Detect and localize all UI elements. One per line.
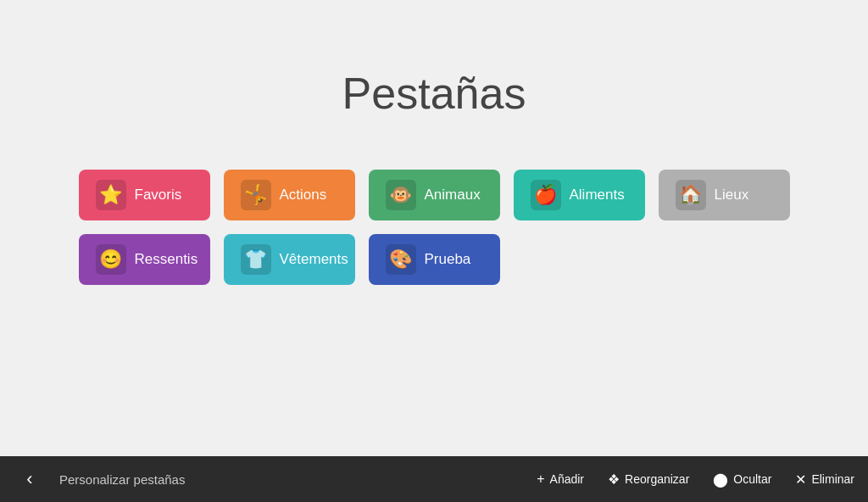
- ressentis-icon: 😊: [96, 244, 126, 275]
- main-content: Pestañas ⭐Favoris🤸Actions🐵Animaux🍎Alimen…: [0, 0, 868, 456]
- add-label: Añadir: [550, 472, 584, 486]
- hide-label: Ocultar: [733, 472, 771, 486]
- aliments-icon: 🍎: [531, 180, 561, 210]
- bar-action-add[interactable]: +Añadir: [537, 471, 584, 487]
- tab-prueba[interactable]: 🎨Prueba: [369, 234, 500, 285]
- tabs-grid: ⭐Favoris🤸Actions🐵Animaux🍎Aliments🏠Lieux …: [79, 170, 790, 285]
- bar-action-delete[interactable]: ✕Eliminar: [795, 471, 854, 488]
- tabs-row-1: ⭐Favoris🤸Actions🐵Animaux🍎Aliments🏠Lieux: [79, 170, 790, 220]
- actions-label: Actions: [280, 187, 327, 204]
- ressentis-label: Ressentis: [135, 251, 198, 268]
- animaux-icon: 🐵: [386, 180, 416, 210]
- reorder-label: Reorganizar: [625, 472, 689, 486]
- vetements-label: Vêtements: [280, 251, 348, 268]
- section-label: Personalizar pestañas: [59, 472, 537, 487]
- delete-label: Eliminar: [811, 472, 854, 486]
- prueba-icon: 🎨: [386, 244, 416, 275]
- lieux-label: Lieux: [715, 187, 749, 204]
- tabs-row-2: 😊Ressentis👕Vêtements🎨Prueba: [79, 234, 500, 285]
- bar-actions: +Añadir❖Reorganizar⬤Ocultar✕Eliminar: [537, 471, 854, 488]
- tab-ressentis[interactable]: 😊Ressentis: [79, 234, 210, 285]
- bottom-bar: ‹ Personalizar pestañas +Añadir❖Reorgani…: [0, 456, 868, 502]
- tab-actions[interactable]: 🤸Actions: [224, 170, 355, 220]
- tab-favoris[interactable]: ⭐Favoris: [79, 170, 210, 220]
- aliments-label: Aliments: [570, 187, 625, 204]
- tab-animaux[interactable]: 🐵Animaux: [369, 170, 500, 220]
- bar-action-hide[interactable]: ⬤Ocultar: [713, 471, 771, 488]
- tab-aliments[interactable]: 🍎Aliments: [514, 170, 645, 220]
- delete-icon: ✕: [795, 471, 806, 488]
- favoris-label: Favoris: [135, 187, 182, 204]
- back-button[interactable]: ‹: [14, 463, 46, 495]
- prueba-label: Prueba: [425, 251, 471, 268]
- page-title: Pestañas: [342, 68, 526, 119]
- animaux-label: Animaux: [425, 187, 481, 204]
- lieux-icon: 🏠: [676, 180, 706, 210]
- tab-vetements[interactable]: 👕Vêtements: [224, 234, 355, 285]
- tab-lieux[interactable]: 🏠Lieux: [659, 170, 790, 220]
- favoris-icon: ⭐: [96, 180, 126, 210]
- bar-action-reorder[interactable]: ❖Reorganizar: [608, 471, 689, 488]
- vetements-icon: 👕: [241, 244, 271, 275]
- add-icon: +: [537, 471, 544, 487]
- hide-icon: ⬤: [713, 471, 728, 488]
- reorder-icon: ❖: [608, 471, 620, 488]
- actions-icon: 🤸: [241, 180, 271, 210]
